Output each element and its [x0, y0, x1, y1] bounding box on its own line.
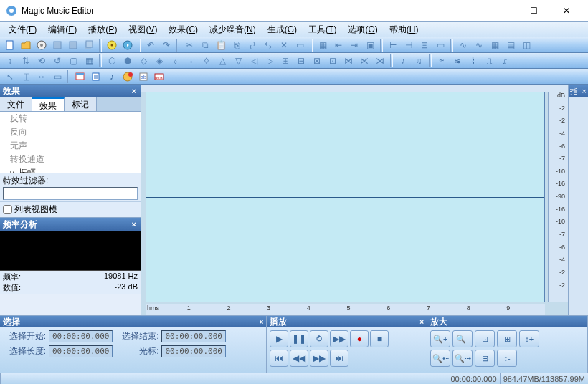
- fx18-icon[interactable]: ⊞: [278, 54, 293, 67]
- zoom-in-button[interactable]: 🔍+: [430, 330, 450, 347]
- menu-help[interactable]: 帮助(H): [384, 22, 425, 37]
- minimize-button[interactable]: ─: [485, 1, 518, 21]
- cur-rect-icon[interactable]: ▭: [50, 70, 65, 83]
- fx21-icon[interactable]: ⊡: [326, 54, 340, 67]
- sel-start-icon[interactable]: ⇤: [331, 39, 346, 52]
- view-note-icon[interactable]: ♪: [105, 70, 119, 83]
- freq-panel-close-icon[interactable]: ×: [131, 220, 138, 229]
- copy-icon[interactable]: ⧉: [198, 39, 212, 52]
- disp5-icon[interactable]: ◫: [519, 39, 534, 52]
- fx23-icon[interactable]: ⋉: [357, 54, 371, 67]
- rewind-button[interactable]: ◀◀: [290, 350, 308, 367]
- sel-end-icon[interactable]: ⇥: [347, 39, 361, 52]
- play-cd-icon[interactable]: [120, 39, 135, 52]
- delete-icon[interactable]: ✕: [277, 39, 291, 52]
- fx1-icon[interactable]: ↕: [3, 54, 17, 67]
- fx9-icon[interactable]: ◇: [136, 54, 151, 67]
- view-editor-icon[interactable]: [73, 70, 87, 83]
- fx14-icon[interactable]: △: [215, 54, 229, 67]
- fx4-icon[interactable]: ↺: [50, 54, 65, 67]
- fx25-icon[interactable]: ♪: [396, 54, 410, 67]
- fx19-icon[interactable]: ⊟: [294, 54, 308, 67]
- zoom-out-button[interactable]: 🔍-: [452, 330, 473, 347]
- goto-start-button[interactable]: ⏮: [270, 350, 288, 367]
- cd-icon[interactable]: [34, 39, 49, 52]
- play-button[interactable]: ▶: [270, 330, 288, 347]
- forward-button[interactable]: ▶▶: [310, 350, 328, 367]
- view-wma-icon[interactable]: wma: [152, 70, 166, 83]
- fx16-icon[interactable]: ◁: [247, 54, 261, 67]
- cur-move-icon[interactable]: ↔: [34, 70, 49, 83]
- stop-button[interactable]: ■: [370, 330, 389, 347]
- record-button[interactable]: ●: [350, 330, 369, 347]
- cut-icon[interactable]: ✂: [182, 39, 196, 52]
- sel-start-value[interactable]: 00:00:00.000: [49, 330, 113, 342]
- fx2-icon[interactable]: ⇅: [19, 54, 33, 67]
- fx5-icon[interactable]: ▢: [66, 54, 80, 67]
- fx20-icon[interactable]: ⊠: [310, 54, 324, 67]
- fx7-icon[interactable]: ⬡: [105, 54, 119, 67]
- maximize-button[interactable]: ☐: [518, 1, 550, 21]
- trim-icon[interactable]: ▭: [293, 39, 307, 52]
- zoom-sel-button[interactable]: ⊡: [475, 330, 495, 347]
- menu-noise[interactable]: 减少噪音(N): [204, 22, 262, 37]
- fx8-icon[interactable]: ⬢: [120, 54, 135, 67]
- fx13-icon[interactable]: ◊: [199, 54, 214, 67]
- fx24-icon[interactable]: ⋊: [373, 54, 387, 67]
- effects-tree[interactable]: 反转 反向 无声 转换通道 +振幅: [0, 112, 141, 173]
- goto-end-button[interactable]: ⏭: [330, 350, 348, 367]
- menu-generate[interactable]: 生成(G): [262, 22, 303, 37]
- sel-length-value[interactable]: 00:00:00.000: [49, 345, 113, 357]
- burn-cd-icon[interactable]: [105, 39, 119, 52]
- filter-input[interactable]: [3, 187, 138, 200]
- view-cd-red-icon[interactable]: [120, 70, 135, 83]
- list-view-checkbox[interactable]: [3, 205, 12, 214]
- selection-close-icon[interactable]: ×: [260, 318, 264, 326]
- cur-ibeam-icon[interactable]: ⌶: [19, 70, 33, 83]
- new-file-icon[interactable]: [3, 39, 17, 52]
- sel-region-icon[interactable]: ▭: [433, 39, 447, 52]
- tree-item[interactable]: 无声: [0, 139, 141, 153]
- menu-edit[interactable]: 编辑(E): [42, 22, 82, 37]
- disp1-icon[interactable]: ∿: [456, 39, 470, 52]
- redo-icon[interactable]: ↷: [159, 39, 174, 52]
- close-button[interactable]: ✕: [550, 1, 582, 21]
- zoom-in-l-button[interactable]: 🔍⇠: [430, 350, 450, 367]
- undo-icon[interactable]: ↶: [143, 39, 158, 52]
- disp4-icon[interactable]: ▤: [503, 39, 518, 52]
- gen3-icon[interactable]: ⌇: [466, 54, 480, 67]
- tree-item[interactable]: +振幅: [0, 166, 141, 173]
- zoom-v-out-button[interactable]: ↕-: [497, 350, 517, 367]
- menu-file[interactable]: 文件(F): [3, 22, 42, 37]
- menu-options[interactable]: 选项(O): [342, 22, 383, 37]
- zoom-all-button[interactable]: ⊞: [497, 330, 517, 347]
- menu-tools[interactable]: 工具(T): [303, 22, 342, 37]
- tab-effects[interactable]: 效果: [32, 97, 65, 111]
- menu-effect[interactable]: 效果(C): [163, 22, 204, 37]
- playback-close-icon[interactable]: ×: [419, 318, 424, 326]
- fx26-icon[interactable]: ♫: [412, 54, 426, 67]
- fx22-icon[interactable]: ⋈: [341, 54, 356, 67]
- mark-end-icon[interactable]: ⊣: [402, 39, 416, 52]
- sel-end-value[interactable]: 00:00:00.000: [161, 330, 225, 342]
- disp3-icon[interactable]: ▦: [488, 39, 502, 52]
- fx17-icon[interactable]: ▷: [262, 54, 277, 67]
- menu-view[interactable]: 视图(V): [123, 22, 163, 37]
- fx3-icon[interactable]: ⟲: [34, 54, 49, 67]
- gen4-icon[interactable]: ⎍: [482, 54, 496, 67]
- loop-button[interactable]: ⥁: [310, 330, 328, 347]
- menu-play[interactable]: 播放(P): [82, 22, 123, 37]
- fx6-icon[interactable]: ▦: [82, 54, 96, 67]
- mix-file-icon[interactable]: ⇆: [261, 39, 275, 52]
- tab-marks[interactable]: 标记: [65, 97, 97, 111]
- zoom-custom-button[interactable]: ⊟: [475, 350, 495, 367]
- right-sliver-close-icon[interactable]: ×: [582, 87, 587, 95]
- save-as-icon[interactable]: [66, 39, 80, 52]
- paste-icon[interactable]: 📋: [214, 39, 228, 52]
- fx10-icon[interactable]: ◈: [152, 54, 166, 67]
- fx15-icon[interactable]: ▽: [231, 54, 245, 67]
- open-file-icon[interactable]: [19, 39, 33, 52]
- view-text-icon[interactable]: ab: [136, 70, 151, 83]
- paste-new-icon[interactable]: ⎘: [229, 39, 244, 52]
- cur-arrow-icon[interactable]: ↖: [3, 70, 17, 83]
